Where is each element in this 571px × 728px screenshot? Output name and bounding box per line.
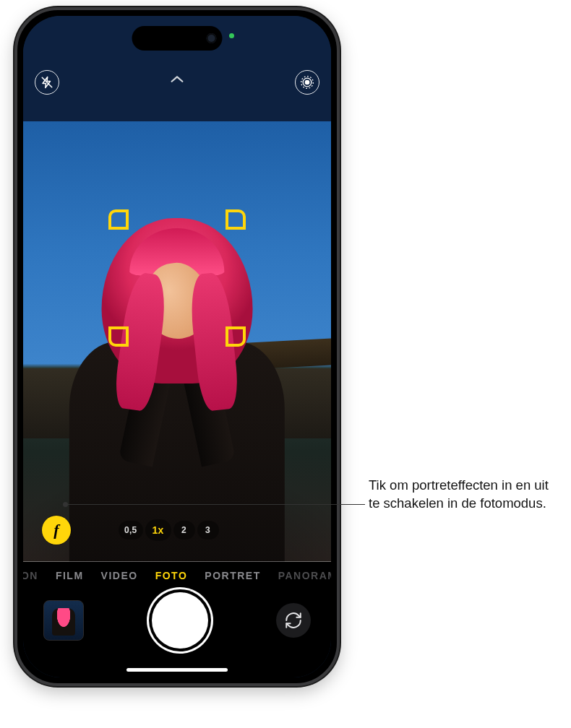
- mode-panoram[interactable]: PANORAM: [278, 570, 331, 581]
- viewfinder-overlay-row: f 0,51x23: [23, 516, 331, 545]
- home-indicator[interactable]: [126, 668, 228, 672]
- mode-ion[interactable]: ION: [23, 570, 38, 581]
- callout-leader-line: [65, 504, 365, 505]
- mode-portret[interactable]: PORTRET: [205, 570, 260, 581]
- zoom-0p5[interactable]: 0,5: [119, 521, 143, 540]
- camera-bottom-bar: IONFILMVIDEOFOTOPORTRETPANORAM: [23, 562, 331, 677]
- zoom-1x[interactable]: 1x: [145, 519, 171, 541]
- depth-control-button[interactable]: f: [42, 516, 71, 545]
- live-photo-toggle[interactable]: [295, 70, 319, 95]
- callout-text: Tik om portreteffecten in en uit te scha…: [369, 477, 557, 513]
- chevron-up-icon: [169, 74, 185, 84]
- mode-video[interactable]: VIDEO: [101, 570, 138, 581]
- mode-foto[interactable]: FOTO: [155, 570, 188, 581]
- viewfinder-subject: [69, 218, 285, 562]
- svg-point-1: [305, 80, 309, 84]
- dynamic-island: [132, 26, 223, 51]
- front-camera-lens: [207, 33, 217, 43]
- camera-app-screen: f 0,51x23 IONFILMVIDEOFOTOPORTRETPANORAM: [23, 16, 331, 677]
- zoom-3[interactable]: 3: [197, 521, 219, 540]
- zoom-2[interactable]: 2: [173, 521, 195, 540]
- flash-icon: [40, 76, 53, 89]
- switch-camera-icon: [284, 611, 303, 630]
- live-photo-icon: [300, 75, 314, 90]
- mode-film[interactable]: FILM: [56, 570, 84, 581]
- camera-controls-row: [23, 585, 331, 677]
- camera-viewfinder[interactable]: f 0,51x23: [23, 121, 331, 562]
- zoom-controls: 0,51x23: [119, 519, 219, 541]
- switch-camera-button[interactable]: [276, 603, 311, 638]
- iphone-frame: f 0,51x23 IONFILMVIDEOFOTOPORTRETPANORAM: [14, 7, 340, 686]
- shutter-button[interactable]: [152, 592, 208, 649]
- camera-settings-chevron[interactable]: [166, 72, 188, 87]
- last-photo-thumbnail[interactable]: [43, 600, 84, 641]
- camera-in-use-indicator: [229, 33, 234, 38]
- flash-toggle[interactable]: [35, 70, 59, 95]
- mode-selector[interactable]: IONFILMVIDEOFOTOPORTRETPANORAM: [23, 566, 331, 585]
